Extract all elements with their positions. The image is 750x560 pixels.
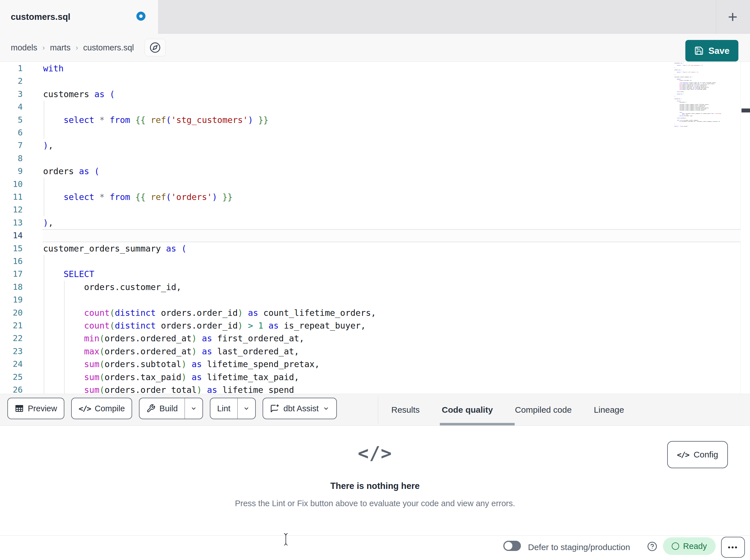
code-line[interactable]: 16 xyxy=(0,255,741,268)
breadcrumb-item-marts[interactable]: marts xyxy=(50,43,71,53)
action-bar: Preview </> Compile Build xyxy=(0,394,750,426)
table-grid-icon xyxy=(15,404,24,413)
lint-dropdown-button[interactable] xyxy=(238,398,255,419)
preview-button[interactable]: Preview xyxy=(7,398,64,419)
line-number[interactable]: 5 xyxy=(0,113,23,126)
status-badge: Ready xyxy=(663,537,716,555)
editor-scroll-marker[interactable] xyxy=(742,108,750,112)
new-tab-button[interactable]: + xyxy=(719,3,746,30)
tab-results[interactable]: Results xyxy=(391,405,420,415)
code-line[interactable]: 12 xyxy=(0,203,741,216)
code-line[interactable]: 1with xyxy=(0,62,741,75)
compass-icon xyxy=(150,42,161,53)
build-button[interactable]: Build xyxy=(139,398,203,419)
line-number[interactable]: 12 xyxy=(0,203,23,216)
line-number[interactable]: 21 xyxy=(0,319,23,332)
breadcrumb-separator-icon: › xyxy=(76,43,78,52)
code-line[interactable]: 3customers as ( xyxy=(0,88,741,101)
code-quality-panel: </> There is nothing here Press the Lint… xyxy=(0,426,750,535)
line-number[interactable]: 9 xyxy=(0,165,23,178)
line-number[interactable]: 6 xyxy=(0,126,23,139)
wrench-icon xyxy=(146,404,155,413)
tab-compiled-code[interactable]: Compiled code xyxy=(515,405,572,415)
compass-button[interactable] xyxy=(145,39,165,56)
dbt-ide-root: + customers.sql models › marts › custome… xyxy=(0,0,750,560)
code-line[interactable]: 10 xyxy=(0,178,741,191)
tab-customers-sql[interactable]: customers.sql xyxy=(0,0,158,34)
ready-circle-icon xyxy=(672,542,679,550)
code-line[interactable]: 22 min(orders.ordered_at) as first_order… xyxy=(0,332,741,345)
code-line[interactable]: 18 orders.customer_id, xyxy=(0,281,741,293)
breadcrumb-item-models[interactable]: models xyxy=(11,43,37,53)
line-number[interactable]: 13 xyxy=(0,216,23,229)
line-number[interactable]: 23 xyxy=(0,345,23,358)
chevron-down-icon xyxy=(243,405,250,412)
build-dropdown-button[interactable] xyxy=(185,398,202,419)
line-number[interactable]: 16 xyxy=(0,255,23,268)
line-number[interactable]: 10 xyxy=(0,178,23,191)
code-line[interactable]: 25 sum(orders.tax_paid) as lifetime_tax_… xyxy=(0,371,741,383)
line-number[interactable]: 2 xyxy=(0,75,23,87)
line-number[interactable]: 24 xyxy=(0,358,23,371)
code-line[interactable]: 17 SELECT xyxy=(0,268,741,281)
line-number[interactable]: 3 xyxy=(0,88,23,101)
line-number[interactable]: 25 xyxy=(0,371,23,383)
band-divider xyxy=(378,396,378,424)
code-line[interactable]: 19 xyxy=(0,293,741,306)
text-cursor-icon xyxy=(282,532,290,546)
code-line[interactable]: 21 count(distinct orders.order_id) > 1 a… xyxy=(0,319,741,332)
save-button[interactable]: Save xyxy=(685,40,738,61)
code-line[interactable]: 26 sum(orders.order_total) as lifetime_s… xyxy=(0,383,741,394)
line-number[interactable]: 14 xyxy=(0,229,23,242)
result-tabs: Results Code quality Compiled code Linea… xyxy=(391,394,624,426)
lint-button[interactable]: Lint xyxy=(210,398,256,419)
code-line[interactable]: 20 count(distinct orders.order_id) as co… xyxy=(0,307,741,319)
line-number[interactable]: 15 xyxy=(0,242,23,255)
code-line[interactable]: 9orders as ( xyxy=(0,165,741,178)
code-line[interactable]: 14 xyxy=(0,229,741,242)
line-number[interactable]: 26 xyxy=(0,383,23,394)
code-line[interactable]: 11 select * from {{ ref('orders') }} xyxy=(0,191,741,203)
line-number[interactable]: 7 xyxy=(0,139,23,152)
code-line[interactable]: 24 sum(orders.subtotal) as lifetime_spen… xyxy=(0,358,741,371)
editor-actions: Preview </> Compile Build xyxy=(7,398,337,419)
line-number[interactable]: 18 xyxy=(0,281,23,293)
code-editor[interactable]: 1with23customers as (45 select * from {{… xyxy=(0,62,750,394)
more-menu-button[interactable]: ••• xyxy=(721,537,745,558)
line-number[interactable]: 19 xyxy=(0,293,23,306)
line-number[interactable]: 4 xyxy=(0,101,23,113)
breadcrumb-item-file[interactable]: customers.sql xyxy=(83,43,134,53)
compile-button[interactable]: </> Compile xyxy=(71,398,132,419)
status-bar: Defer to staging/production Ready ••• xyxy=(0,535,750,560)
code-line[interactable]: 15customer_orders_summary as ( xyxy=(0,242,741,255)
code-brackets-icon: </> xyxy=(79,404,91,413)
tab-lineage[interactable]: Lineage xyxy=(594,405,624,415)
chevron-down-icon xyxy=(190,405,197,412)
breadcrumb-separator-icon: › xyxy=(42,43,45,52)
code-brackets-icon: </> xyxy=(677,450,689,459)
code-line[interactable]: 2 xyxy=(0,75,741,87)
line-number[interactable]: 20 xyxy=(0,307,23,319)
help-icon[interactable] xyxy=(647,541,657,552)
code-line[interactable]: 4 xyxy=(0,101,741,113)
defer-toggle[interactable] xyxy=(503,541,521,551)
line-number[interactable]: 22 xyxy=(0,332,23,345)
dbt-assist-button[interactable]: dbt Assist xyxy=(262,398,337,419)
line-number[interactable]: 17 xyxy=(0,268,23,281)
config-button[interactable]: </> Config xyxy=(667,441,728,468)
tab-title: customers.sql xyxy=(11,12,70,22)
code-line[interactable]: 5 select * from {{ ref('stg_customers') … xyxy=(0,113,741,126)
empty-state-title: There is nothing here xyxy=(0,481,750,491)
line-number[interactable]: 11 xyxy=(0,191,23,203)
empty-state-subtitle: Press the Lint or Fix button above to ev… xyxy=(0,499,750,508)
code-line[interactable]: 6 xyxy=(0,126,741,139)
line-number[interactable]: 8 xyxy=(0,152,23,165)
code-line[interactable]: 8 xyxy=(0,152,741,165)
line-number[interactable]: 1 xyxy=(0,62,23,75)
tab-code-quality[interactable]: Code quality xyxy=(442,405,493,415)
code-brackets-icon: </> xyxy=(0,443,750,464)
code-line[interactable]: 7), xyxy=(0,139,741,152)
code-line[interactable]: 23 max(orders.ordered_at) as last_ordere… xyxy=(0,345,741,358)
code-line[interactable]: 13), xyxy=(0,216,741,229)
save-icon xyxy=(694,46,704,56)
